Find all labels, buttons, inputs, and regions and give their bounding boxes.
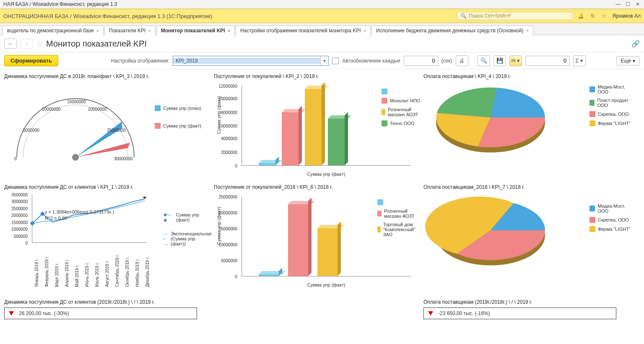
close-icon[interactable]: ×	[148, 28, 151, 33]
pie-legend: Медиа-Мост, ООО Пласт-продукт ООО Скрепк…	[589, 84, 636, 130]
seconds-label: (сек)	[441, 58, 452, 64]
close-icon[interactable]: ×	[364, 28, 366, 33]
bar-legend: Монолит НПО Розничный магазин АОЗТ Техно…	[382, 89, 423, 130]
widget-title: Поступление от покупателей \ KPI_2 \ 201…	[214, 73, 419, 79]
bar-legend: Розничный магазин АОЗТ Торговый дом "Ком…	[377, 199, 423, 240]
app-title: ОНСТРАЦИОННАЯ БАЗА / Wiseadvice:Финансис…	[3, 13, 212, 19]
close-icon[interactable]: ✕	[635, 1, 641, 7]
tab-kpi-indicators[interactable]: Показатели KPI×	[104, 26, 156, 35]
tab-kpi-monitor[interactable]: Монитор показателей KPI×	[156, 26, 235, 35]
tab-bar: водитель по демонстрационной базе× Показ…	[0, 23, 644, 35]
widget-line-kpi1: Динамика поступления ДС от клиентов \ KP…	[4, 182, 210, 293]
window-titlebar: НАЯ БАЗА / Wiseadvice:Финансист, редакци…	[0, 0, 644, 9]
autorefresh-checkbox[interactable]	[332, 57, 339, 64]
kpi-value: 26 200,00 тыс. (-30%)	[19, 310, 69, 316]
widget-title: Оплата поставщикам \ KPI_4 \ 2019 г.	[423, 73, 640, 79]
widget-title: Динамика поступления ДС в 2019г. план/фа…	[4, 73, 210, 79]
kpi-value: -23 650,00 тыс. (-16%)	[438, 310, 490, 316]
page-header: ← → ☆ Монитор показателей KPI 🔗	[0, 35, 644, 52]
widget-pie-kpi4: Оплата поставщикам \ KPI_4 \ 2019 г. Мед…	[423, 72, 640, 178]
global-search[interactable]: 🔍 Поиск Ctrl+Shift+F	[457, 12, 573, 20]
star-icon[interactable]: ☆	[601, 12, 608, 20]
trend-down-icon	[9, 311, 14, 315]
dashboard: Динамика поступления ДС в 2019г. план/фа…	[0, 69, 644, 328]
widget-title: Поступление от покупателей_2018 \ KPI_6 …	[214, 184, 419, 190]
page-title: Монитор показателей KPI	[46, 39, 147, 49]
widget-title: Оплата поставщикам_2018 \ KPI_7 \ 2018 г…	[423, 184, 640, 190]
svg-marker-1	[75, 143, 130, 157]
kpi-indicator: 26 200,00 тыс. (-30%)	[4, 308, 197, 319]
gauge-chart: 0 5000000 10000000 15000000 20000000 250…	[4, 82, 147, 174]
number-input[interactable]	[525, 56, 570, 66]
back-button[interactable]: ←	[4, 39, 17, 49]
close-icon[interactable]: ×	[228, 28, 230, 33]
search-placeholder: Поиск Ctrl+Shift+F	[469, 13, 569, 19]
close-icon[interactable]: ×	[526, 28, 528, 33]
preview-button[interactable]: 🔍	[478, 55, 490, 66]
tab-budget-execution[interactable]: Исполнение бюджета движения денежных сре…	[371, 26, 533, 35]
autorefresh-label: Автообновление каждые	[342, 58, 400, 64]
search-icon: 🔍	[460, 13, 467, 19]
widget-title: Оплата поставщикам (2019г./2018г.) \ / \…	[423, 299, 640, 305]
display-setting-label: Настройка отображения:	[111, 58, 169, 64]
widget-title: Динамика поступления ДС от клиентов \ KP…	[4, 184, 210, 190]
widget-pie-kpi7: Оплата поставщикам_2018 \ KPI_7 \ 2018 г…	[423, 182, 640, 293]
chevron-down-icon: ▾	[633, 58, 635, 64]
app-header: ОНСТРАЦИОННАЯ БАЗА / Wiseadvice:Финансис…	[0, 9, 644, 23]
forward-button[interactable]: →	[20, 39, 33, 49]
svg-marker-6	[143, 197, 147, 199]
window-controls: — ☐ ✕	[613, 1, 641, 7]
pie-chart	[423, 193, 558, 272]
favorite-icon[interactable]: ☆	[36, 39, 43, 48]
widget-kpi-suppliers: Оплата поставщикам (2019г./2018г.) \ / \…	[423, 297, 640, 319]
sigma-button[interactable]: Σ ▾	[573, 55, 586, 66]
pie-chart	[423, 82, 558, 162]
chevron-down-icon[interactable]: ▾	[320, 56, 328, 65]
y-axis: 020000004000000 600000080000001000000012…	[214, 86, 239, 166]
user-name[interactable]: Ярхамов Ал	[613, 13, 641, 19]
bell-icon[interactable]: 🔔	[577, 12, 585, 20]
gauge-legend: Сумма упр (план) Сумма упр (факт)	[155, 105, 201, 132]
mail-button[interactable]: ✉ ▾	[509, 55, 522, 66]
history-icon[interactable]: ↻	[589, 12, 597, 20]
widget-bar-kpi2: Поступление от покупателей \ KPI_2 \ 201…	[214, 72, 419, 178]
window-title: НАЯ БАЗА / Wiseadvice:Финансист, редакци…	[3, 1, 117, 7]
close-icon[interactable]: ×	[96, 28, 99, 33]
pie-legend: Медиа-Мост, ООО Скрепка, ООО Фирма "LIGH…	[589, 203, 636, 235]
print-button[interactable]: 🖨	[456, 55, 468, 66]
svg-point-2	[72, 154, 79, 161]
maximize-icon[interactable]: ☐	[625, 1, 631, 7]
interval-input[interactable]	[404, 56, 438, 66]
generate-button[interactable]: Сформировать	[4, 55, 58, 66]
display-setting-combo[interactable]: ▾	[173, 56, 329, 66]
widget-title: Динамика поступления ДС от клиентов (201…	[4, 299, 210, 305]
line-legend: ◆—◆Сумма упр (факт) —•—Экспоненциальная …	[164, 212, 210, 250]
kpi-indicator: -23 650,00 тыс. (-16%)	[423, 308, 616, 319]
display-setting-input[interactable]	[173, 58, 320, 64]
trend-down-icon	[428, 311, 433, 315]
more-button[interactable]: Еще▾	[616, 56, 640, 65]
widget-kpi-clients: Динамика поступления ДС от клиентов (201…	[4, 297, 210, 319]
widget-bar-kpi6: Поступление от покупателей_2018 \ KPI_6 …	[214, 182, 419, 293]
widget-gauge-kpi3: Динамика поступления ДС в 2019г. план/фа…	[4, 72, 210, 178]
tab-display-settings[interactable]: Настройки отображения показателей монито…	[236, 26, 371, 35]
link-icon[interactable]: 🔗	[631, 40, 640, 48]
main-toolbar: Сформировать Настройка отображения: ▾ Ав…	[0, 52, 644, 69]
minimize-icon[interactable]: —	[615, 1, 621, 7]
save-button[interactable]: 💾	[493, 55, 506, 66]
tab-demo-guide[interactable]: водитель по демонстрационной базе×	[3, 26, 104, 35]
